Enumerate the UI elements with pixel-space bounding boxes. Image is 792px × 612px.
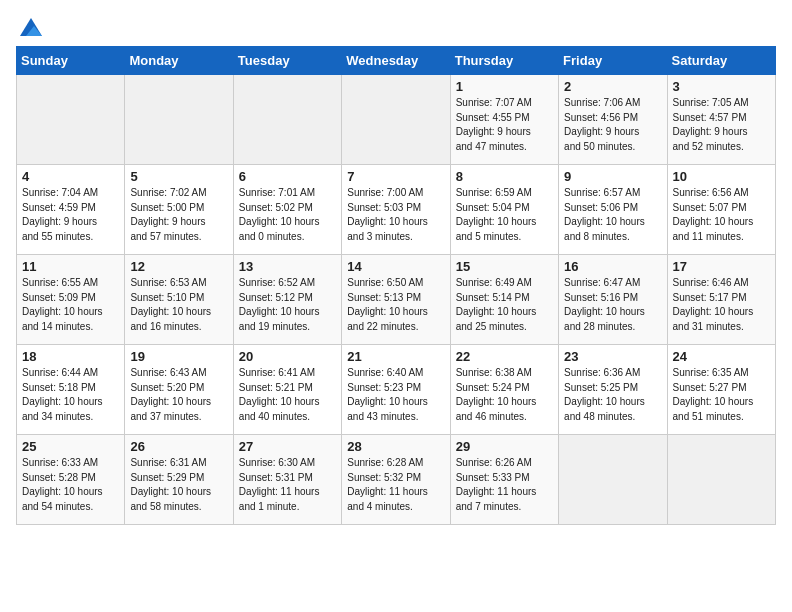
- day-number: 20: [239, 349, 336, 364]
- day-number: 7: [347, 169, 444, 184]
- calendar-cell: 16Sunrise: 6:47 AM Sunset: 5:16 PM Dayli…: [559, 255, 667, 345]
- calendar-cell: 26Sunrise: 6:31 AM Sunset: 5:29 PM Dayli…: [125, 435, 233, 525]
- calendar-cell: 21Sunrise: 6:40 AM Sunset: 5:23 PM Dayli…: [342, 345, 450, 435]
- day-number: 12: [130, 259, 227, 274]
- day-number: 21: [347, 349, 444, 364]
- day-number: 28: [347, 439, 444, 454]
- calendar-cell: 24Sunrise: 6:35 AM Sunset: 5:27 PM Dayli…: [667, 345, 775, 435]
- calendar-cell: 22Sunrise: 6:38 AM Sunset: 5:24 PM Dayli…: [450, 345, 558, 435]
- page-header: [16, 16, 776, 38]
- day-number: 16: [564, 259, 661, 274]
- col-header-monday: Monday: [125, 47, 233, 75]
- calendar-cell: 8Sunrise: 6:59 AM Sunset: 5:04 PM Daylig…: [450, 165, 558, 255]
- day-info: Sunrise: 6:35 AM Sunset: 5:27 PM Dayligh…: [673, 366, 770, 424]
- logo-icon: [18, 16, 44, 42]
- col-header-sunday: Sunday: [17, 47, 125, 75]
- day-number: 19: [130, 349, 227, 364]
- day-info: Sunrise: 7:07 AM Sunset: 4:55 PM Dayligh…: [456, 96, 553, 154]
- calendar-cell: 10Sunrise: 6:56 AM Sunset: 5:07 PM Dayli…: [667, 165, 775, 255]
- calendar-cell: [559, 435, 667, 525]
- calendar-cell: [233, 75, 341, 165]
- day-info: Sunrise: 7:01 AM Sunset: 5:02 PM Dayligh…: [239, 186, 336, 244]
- day-info: Sunrise: 6:49 AM Sunset: 5:14 PM Dayligh…: [456, 276, 553, 334]
- calendar-cell: 29Sunrise: 6:26 AM Sunset: 5:33 PM Dayli…: [450, 435, 558, 525]
- day-info: Sunrise: 7:06 AM Sunset: 4:56 PM Dayligh…: [564, 96, 661, 154]
- calendar-cell: 9Sunrise: 6:57 AM Sunset: 5:06 PM Daylig…: [559, 165, 667, 255]
- day-info: Sunrise: 6:41 AM Sunset: 5:21 PM Dayligh…: [239, 366, 336, 424]
- day-number: 2: [564, 79, 661, 94]
- day-info: Sunrise: 6:59 AM Sunset: 5:04 PM Dayligh…: [456, 186, 553, 244]
- calendar-cell: 7Sunrise: 7:00 AM Sunset: 5:03 PM Daylig…: [342, 165, 450, 255]
- calendar-cell: [17, 75, 125, 165]
- col-header-tuesday: Tuesday: [233, 47, 341, 75]
- day-info: Sunrise: 6:38 AM Sunset: 5:24 PM Dayligh…: [456, 366, 553, 424]
- calendar-cell: 2Sunrise: 7:06 AM Sunset: 4:56 PM Daylig…: [559, 75, 667, 165]
- day-number: 17: [673, 259, 770, 274]
- calendar-cell: 3Sunrise: 7:05 AM Sunset: 4:57 PM Daylig…: [667, 75, 775, 165]
- calendar-cell: 11Sunrise: 6:55 AM Sunset: 5:09 PM Dayli…: [17, 255, 125, 345]
- day-number: 1: [456, 79, 553, 94]
- day-info: Sunrise: 7:04 AM Sunset: 4:59 PM Dayligh…: [22, 186, 119, 244]
- calendar-cell: 14Sunrise: 6:50 AM Sunset: 5:13 PM Dayli…: [342, 255, 450, 345]
- col-header-saturday: Saturday: [667, 47, 775, 75]
- calendar-table: SundayMondayTuesdayWednesdayThursdayFrid…: [16, 46, 776, 525]
- calendar-header-row: SundayMondayTuesdayWednesdayThursdayFrid…: [17, 47, 776, 75]
- calendar-cell: [125, 75, 233, 165]
- calendar-cell: 15Sunrise: 6:49 AM Sunset: 5:14 PM Dayli…: [450, 255, 558, 345]
- calendar-cell: 18Sunrise: 6:44 AM Sunset: 5:18 PM Dayli…: [17, 345, 125, 435]
- logo-text: [16, 16, 44, 38]
- day-number: 22: [456, 349, 553, 364]
- logo: [16, 16, 44, 38]
- day-number: 8: [456, 169, 553, 184]
- day-info: Sunrise: 6:36 AM Sunset: 5:25 PM Dayligh…: [564, 366, 661, 424]
- day-number: 3: [673, 79, 770, 94]
- calendar-cell: 1Sunrise: 7:07 AM Sunset: 4:55 PM Daylig…: [450, 75, 558, 165]
- day-number: 27: [239, 439, 336, 454]
- day-number: 24: [673, 349, 770, 364]
- day-info: Sunrise: 6:28 AM Sunset: 5:32 PM Dayligh…: [347, 456, 444, 514]
- day-number: 26: [130, 439, 227, 454]
- day-info: Sunrise: 6:30 AM Sunset: 5:31 PM Dayligh…: [239, 456, 336, 514]
- day-info: Sunrise: 6:40 AM Sunset: 5:23 PM Dayligh…: [347, 366, 444, 424]
- calendar-cell: 5Sunrise: 7:02 AM Sunset: 5:00 PM Daylig…: [125, 165, 233, 255]
- day-number: 18: [22, 349, 119, 364]
- day-info: Sunrise: 6:55 AM Sunset: 5:09 PM Dayligh…: [22, 276, 119, 334]
- day-info: Sunrise: 7:05 AM Sunset: 4:57 PM Dayligh…: [673, 96, 770, 154]
- calendar-week-row: 18Sunrise: 6:44 AM Sunset: 5:18 PM Dayli…: [17, 345, 776, 435]
- calendar-cell: 27Sunrise: 6:30 AM Sunset: 5:31 PM Dayli…: [233, 435, 341, 525]
- day-info: Sunrise: 6:33 AM Sunset: 5:28 PM Dayligh…: [22, 456, 119, 514]
- calendar-cell: [342, 75, 450, 165]
- day-info: Sunrise: 6:57 AM Sunset: 5:06 PM Dayligh…: [564, 186, 661, 244]
- day-number: 15: [456, 259, 553, 274]
- day-info: Sunrise: 6:26 AM Sunset: 5:33 PM Dayligh…: [456, 456, 553, 514]
- calendar-cell: 20Sunrise: 6:41 AM Sunset: 5:21 PM Dayli…: [233, 345, 341, 435]
- calendar-cell: 28Sunrise: 6:28 AM Sunset: 5:32 PM Dayli…: [342, 435, 450, 525]
- day-info: Sunrise: 6:47 AM Sunset: 5:16 PM Dayligh…: [564, 276, 661, 334]
- col-header-wednesday: Wednesday: [342, 47, 450, 75]
- day-info: Sunrise: 6:44 AM Sunset: 5:18 PM Dayligh…: [22, 366, 119, 424]
- day-info: Sunrise: 6:52 AM Sunset: 5:12 PM Dayligh…: [239, 276, 336, 334]
- day-number: 5: [130, 169, 227, 184]
- day-number: 23: [564, 349, 661, 364]
- day-info: Sunrise: 6:50 AM Sunset: 5:13 PM Dayligh…: [347, 276, 444, 334]
- day-number: 6: [239, 169, 336, 184]
- calendar-week-row: 11Sunrise: 6:55 AM Sunset: 5:09 PM Dayli…: [17, 255, 776, 345]
- calendar-cell: 4Sunrise: 7:04 AM Sunset: 4:59 PM Daylig…: [17, 165, 125, 255]
- calendar-cell: 23Sunrise: 6:36 AM Sunset: 5:25 PM Dayli…: [559, 345, 667, 435]
- col-header-friday: Friday: [559, 47, 667, 75]
- day-number: 25: [22, 439, 119, 454]
- day-info: Sunrise: 6:43 AM Sunset: 5:20 PM Dayligh…: [130, 366, 227, 424]
- calendar-cell: [667, 435, 775, 525]
- calendar-cell: 12Sunrise: 6:53 AM Sunset: 5:10 PM Dayli…: [125, 255, 233, 345]
- day-number: 9: [564, 169, 661, 184]
- day-info: Sunrise: 6:46 AM Sunset: 5:17 PM Dayligh…: [673, 276, 770, 334]
- calendar-cell: 13Sunrise: 6:52 AM Sunset: 5:12 PM Dayli…: [233, 255, 341, 345]
- day-number: 14: [347, 259, 444, 274]
- calendar-cell: 6Sunrise: 7:01 AM Sunset: 5:02 PM Daylig…: [233, 165, 341, 255]
- calendar-cell: 25Sunrise: 6:33 AM Sunset: 5:28 PM Dayli…: [17, 435, 125, 525]
- day-number: 29: [456, 439, 553, 454]
- calendar-cell: 19Sunrise: 6:43 AM Sunset: 5:20 PM Dayli…: [125, 345, 233, 435]
- col-header-thursday: Thursday: [450, 47, 558, 75]
- day-number: 11: [22, 259, 119, 274]
- day-info: Sunrise: 6:53 AM Sunset: 5:10 PM Dayligh…: [130, 276, 227, 334]
